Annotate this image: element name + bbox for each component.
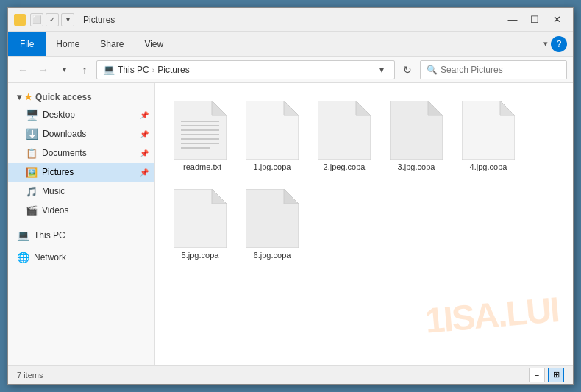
music-label: Music [42,186,65,196]
help-button[interactable]: ? [551,36,567,52]
thispc-icon: 💻 [17,229,29,241]
svg-marker-12 [356,101,371,115]
address-content: This PC › Pictures [118,65,372,75]
file-item-1[interactable]: 1.jpg.copa [239,95,305,177]
menu-file[interactable]: File [8,32,46,56]
sidebar-item-desktop[interactable]: 🖥️ Desktop 📌 [8,105,154,124]
window-controls: — ☐ ✕ [502,12,567,28]
documents-label: Documents [42,148,87,158]
quick-access-header[interactable]: ▾ ★ Quick access [8,89,154,105]
address-pc-icon: 💻 [103,64,115,75]
sidebar: ▾ ★ Quick access 🖥️ Desktop 📌 ⬇️ Downloa… [8,83,155,365]
svg-marker-14 [428,101,443,115]
address-this-pc[interactable]: This PC [118,65,149,75]
qs-btn-3[interactable]: ▾ [61,13,74,26]
menu-view[interactable]: View [134,32,174,56]
quick-access-arrow: ▾ [17,92,21,102]
sidebar-item-pictures[interactable]: 🖼️ Pictures 📌 [8,163,154,182]
window: ⬜ ✓ ▾ Pictures — ☐ ✕ File Home Share Vie… [7,7,574,385]
pictures-pin-icon: 📌 [140,168,149,177]
title-bar-left: ⬜ ✓ ▾ Pictures [14,13,115,26]
ribbon-toggle[interactable]: ▾ [543,39,548,49]
file-label-6: 6.jpg.copa [254,251,291,260]
toolbar: ← → ▾ ↑ 💻 This PC › Pictures ▾ ↻ 🔍 [8,57,573,83]
folder-icon [14,14,26,26]
view-toggle: ≡ ⊞ [529,368,564,382]
file-label-3: 3.jpg.copa [398,163,435,171]
file-icon-readme [174,101,227,160]
address-sep1: › [152,65,155,74]
file-icon-1 [246,101,299,160]
menu-share[interactable]: Share [90,32,134,56]
forward-button[interactable]: → [35,61,52,79]
address-pictures[interactable]: Pictures [157,65,189,75]
file-area: _readme.txt 1.jpg.copa [155,83,573,365]
svg-marker-10 [284,101,299,115]
sidebar-item-network[interactable]: 🌐 Network [8,248,154,267]
file-item-3[interactable]: 3.jpg.copa [383,95,449,177]
maximize-button[interactable]: ☐ [524,12,545,28]
file-icon-4 [462,101,515,160]
file-item-4[interactable]: 4.jpg.copa [455,95,521,177]
menu-bar: File Home Share View ▾ ? [8,32,573,57]
main-content: ▾ ★ Quick access 🖥️ Desktop 📌 ⬇️ Downloa… [8,83,573,365]
file-label-4: 4.jpg.copa [470,163,507,171]
desktop-label: Desktop [43,110,75,120]
file-grid: _readme.txt 1.jpg.copa [167,95,561,266]
status-count: 7 items [17,371,43,379]
window-title: Pictures [83,15,115,25]
status-bar: 7 items ≡ ⊞ [8,365,573,384]
file-label-5: 5.jpg.copa [182,251,219,260]
network-icon: 🌐 [17,252,29,263]
sidebar-item-downloads[interactable]: ⬇️ Downloads 📌 [8,124,154,143]
file-item-2[interactable]: 2.jpeg.copa [311,95,377,177]
quick-access-label: Quick access [35,92,92,102]
sidebar-item-videos[interactable]: 🎬 Videos [8,201,154,220]
file-label-readme: _readme.txt [179,163,221,171]
svg-marker-18 [212,189,227,204]
search-icon: 🔍 [427,65,438,75]
address-dropdown-button[interactable]: ▾ [375,63,388,76]
downloads-pin-icon: 📌 [140,130,149,138]
back-button[interactable]: ← [14,61,32,79]
file-item-5[interactable]: 5.jpg.copa [167,183,233,266]
svg-marker-16 [500,101,515,115]
sidebar-item-thispc[interactable]: 💻 This PC [8,226,154,245]
file-item-readme[interactable]: _readme.txt [167,95,233,177]
documents-icon: 📋 [26,148,38,159]
videos-icon: 🎬 [26,205,38,216]
search-bar[interactable]: 🔍 [420,60,567,79]
up-button[interactable]: ↑ [76,61,93,79]
list-view-button[interactable]: ≡ [529,368,545,382]
thispc-label: This PC [34,230,65,240]
pictures-icon: 🖼️ [26,167,38,178]
sidebar-item-music[interactable]: 🎵 Music [8,182,154,201]
file-label-2: 2.jpeg.copa [324,163,366,171]
address-bar[interactable]: 💻 This PC › Pictures ▾ [96,60,395,79]
downloads-label: Downloads [43,129,86,139]
menu-bar-right: ▾ ? [543,36,573,52]
minimize-button[interactable]: — [502,12,523,28]
search-input[interactable] [441,65,560,75]
grid-view-button[interactable]: ⊞ [548,368,564,382]
network-label: Network [34,252,66,263]
close-button[interactable]: ✕ [546,12,567,28]
documents-pin-icon: 📌 [140,149,149,157]
title-bar: ⬜ ✓ ▾ Pictures — ☐ ✕ [8,8,573,32]
menu-home[interactable]: Home [46,32,90,56]
qs-btn-2[interactable]: ✓ [46,13,59,26]
music-icon: 🎵 [26,186,38,197]
file-label-1: 1.jpg.copa [254,163,291,171]
qs-btn-1[interactable]: ⬜ [30,13,43,26]
file-icon-5 [174,189,227,248]
file-icon-3 [390,101,443,160]
refresh-button[interactable]: ↻ [398,60,417,79]
recent-button[interactable]: ▾ [55,61,73,79]
downloads-icon: ⬇️ [26,128,38,140]
file-icon-2 [318,101,371,160]
pictures-label: Pictures [42,167,74,177]
sidebar-item-documents[interactable]: 📋 Documents 📌 [8,143,154,163]
svg-marker-20 [284,189,299,204]
desktop-icon: 🖥️ [26,109,38,121]
file-item-6[interactable]: 6.jpg.copa [239,183,305,266]
